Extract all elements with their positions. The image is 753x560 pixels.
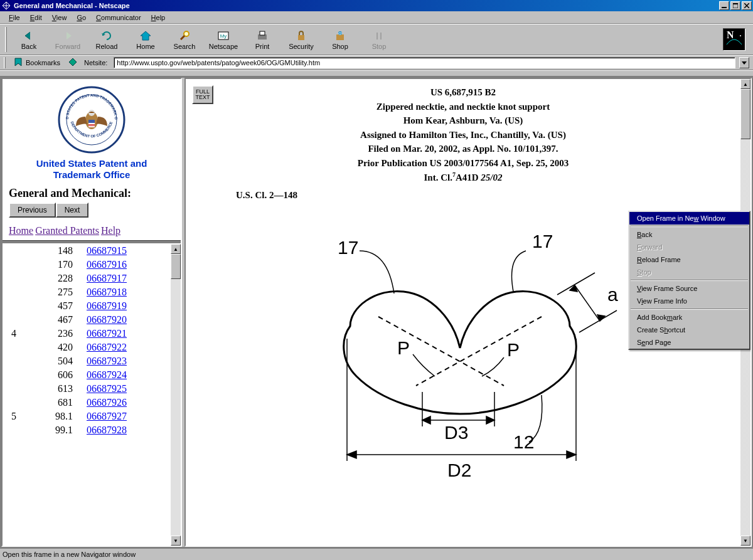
content-area: UNITED STATES PATENT AND TRADEMARK OFFIC… — [0, 77, 753, 548]
ctx-add-bookmark[interactable]: Add Bookmark — [629, 311, 749, 324]
svg-rect-9 — [336, 34, 344, 40]
patent-link[interactable]: 06687926 — [87, 397, 127, 408]
patent-filed: Filed on Mar. 20, 2002, as Appl. No. 10/… — [192, 142, 734, 156]
granted-patents-link[interactable]: Granted Patents — [35, 225, 99, 236]
svg-text:N: N — [727, 29, 734, 40]
app-icon — [1, 1, 11, 11]
svg-text:@: @ — [338, 31, 342, 35]
scroll-down-button[interactable]: ▼ — [171, 536, 181, 546]
table-row: 99.106687928 — [11, 423, 127, 437]
next-button[interactable]: Next — [56, 203, 89, 218]
netscape-throbber[interactable]: N — [723, 28, 745, 51]
patent-link[interactable]: 06687927 — [87, 411, 127, 421]
patent-title: Zippered necktie, and necktie knot suppo… — [192, 100, 734, 114]
table-row: 42006687922 — [11, 341, 127, 354]
toolbar-handle[interactable] — [5, 27, 7, 52]
ctx-send-page[interactable]: Send Page — [629, 336, 749, 349]
menu-go[interactable]: Go — [72, 13, 91, 23]
back-button[interactable]: Back — [9, 25, 48, 54]
menu-communicator[interactable]: Communicator — [91, 13, 146, 23]
right-frame: FULLTEXT US 6,687,915 B2 Zippered neckti… — [184, 78, 752, 547]
close-button[interactable] — [742, 1, 752, 10]
patent-link[interactable]: 06687917 — [87, 273, 127, 283]
home-button[interactable]: Home — [126, 25, 165, 54]
shop-icon: @ — [333, 29, 348, 43]
left-frame: UNITED STATES PATENT AND TRADEMARK OFFIC… — [1, 78, 182, 547]
patent-link[interactable]: 06687923 — [87, 356, 127, 366]
patent-link[interactable]: 06687916 — [87, 259, 127, 270]
patent-link[interactable]: 06687918 — [87, 287, 127, 297]
scroll-thumb[interactable] — [171, 254, 181, 279]
svg-text:P: P — [507, 339, 520, 360]
window-title: General and Mechanical - Netscape — [14, 2, 719, 9]
table-row: 598.106687927 — [11, 409, 127, 423]
table-row: 68106687926 — [11, 396, 127, 409]
ctx-forward: Forward — [629, 241, 749, 253]
svg-text:17: 17 — [532, 231, 553, 251]
ctx-open-frame[interactable]: Open Frame in New Window — [629, 212, 749, 225]
patent-link[interactable]: 06687922 — [87, 342, 127, 352]
url-input[interactable]: http://www.uspto.gov/web/patents/patog/w… — [114, 57, 735, 68]
patent-list: 1480668791517006687916228066879172750668… — [3, 244, 171, 546]
patent-link[interactable]: 06687921 — [87, 328, 127, 339]
minimize-button[interactable] — [719, 1, 729, 10]
toolbar: Back Forward Reload Home Search My Netsc… — [0, 24, 753, 55]
netscape-button[interactable]: My Netscape — [204, 25, 243, 54]
home-link[interactable]: Home — [9, 225, 33, 236]
svg-point-18 — [729, 33, 730, 34]
ctx-create-shortcut[interactable]: Create Shortcut — [629, 324, 749, 336]
locationbar: Bookmarks Netsite: http://www.uspto.gov/… — [0, 55, 753, 70]
patent-link[interactable]: 06687924 — [87, 369, 127, 380]
uspto-seal: UNITED STATES PATENT AND TRADEMARK OFFIC… — [57, 85, 126, 154]
svg-rect-28 — [88, 125, 95, 126]
svg-rect-26 — [88, 120, 95, 123]
search-button[interactable]: Search — [165, 25, 204, 54]
shop-button[interactable]: @ Shop — [321, 25, 360, 54]
patent-link[interactable]: 06687915 — [87, 245, 127, 256]
table-row: 14806687915 — [11, 244, 127, 258]
context-menu: Open Frame in New Window Back Forward Re… — [628, 211, 750, 350]
patent-link[interactable]: 06687920 — [87, 314, 127, 325]
maximize-button[interactable] — [730, 1, 740, 10]
menubar: File Edit View Go Communicator Help — [0, 11, 753, 24]
reload-button[interactable]: Reload — [87, 25, 126, 54]
bookmarks-button[interactable]: Bookmarks — [9, 56, 64, 70]
ctx-back[interactable]: Back — [629, 228, 749, 241]
right-scroll-thumb[interactable] — [740, 89, 750, 139]
previous-button[interactable]: Previous — [9, 203, 56, 218]
svg-line-31 — [416, 317, 542, 386]
ctx-view-info[interactable]: View Frame Info — [629, 295, 749, 307]
right-scroll-up-button[interactable]: ▲ — [740, 79, 750, 89]
locationbar-handle[interactable] — [4, 57, 6, 68]
lock-icon — [294, 29, 309, 43]
table-row: 27506687918 — [11, 285, 127, 299]
scroll-up-button[interactable]: ▲ — [171, 244, 181, 254]
menu-view[interactable]: View — [47, 13, 72, 23]
patent-link[interactable]: 06687928 — [87, 425, 127, 435]
ctx-stop: Stop — [629, 266, 749, 278]
url-dropdown-button[interactable] — [739, 57, 749, 68]
svg-rect-2 — [733, 3, 738, 4]
patent-link[interactable]: 06687925 — [87, 383, 127, 394]
menu-edit[interactable]: Edit — [25, 13, 47, 23]
ctx-view-source[interactable]: View Frame Source — [629, 282, 749, 295]
print-icon — [255, 29, 270, 43]
right-scroll-down-button[interactable]: ▼ — [740, 536, 750, 546]
menu-help[interactable]: Help — [146, 13, 171, 23]
patent-link[interactable]: 06687919 — [87, 300, 127, 311]
nav-links: Home Granted Patents Help — [9, 225, 174, 236]
ctx-reload-frame[interactable]: Reload Frame — [629, 253, 749, 266]
scrollbar[interactable]: ▲ ▼ — [171, 244, 181, 546]
help-link[interactable]: Help — [101, 225, 120, 236]
table-row: 61306687925 — [11, 382, 127, 396]
page-proxy-icon[interactable] — [68, 57, 78, 68]
svg-rect-27 — [88, 124, 95, 125]
separator-bar — [0, 70, 753, 77]
svg-point-15 — [380, 30, 382, 33]
menu-file[interactable]: File — [4, 13, 25, 23]
print-button[interactable]: Print — [243, 25, 282, 54]
full-text-button[interactable]: FULLTEXT — [192, 85, 213, 104]
statusbar: Open this frame in a new Navigator windo… — [0, 548, 753, 559]
security-button[interactable]: Security — [282, 25, 321, 54]
stop-button: Stop — [360, 25, 398, 54]
